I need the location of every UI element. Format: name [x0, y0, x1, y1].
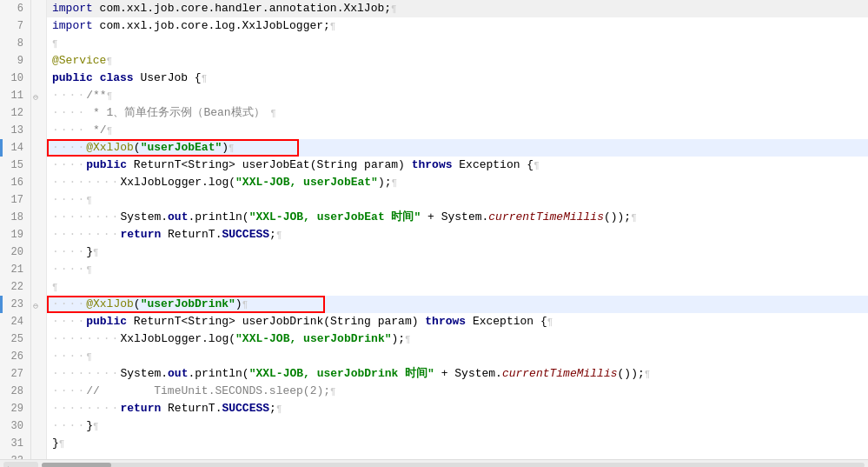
line-content: import com.xxl.job.core.handler.annotati… [47, 0, 868, 17]
token: currentTimeMillis [502, 367, 618, 380]
token: ( [134, 297, 141, 310]
indent: ···· [52, 315, 86, 328]
code-editor: 6import com.xxl.job.core.handler.annotat… [0, 0, 868, 467]
token: } [52, 437, 59, 450]
scrollbar-track[interactable] [42, 463, 865, 468]
indent: ········ [52, 176, 120, 189]
line-gutter [31, 417, 47, 435]
token: TimeUnit.SECONDS.sleep(2); [100, 384, 330, 397]
line-content: ········XxlJobLogger.log("XXL-JOB, userJ… [47, 330, 868, 348]
line-gutter: ⊖ [31, 296, 47, 313]
token: Exception { [453, 158, 534, 171]
token: SUCCESS [222, 402, 269, 415]
line-gutter [31, 330, 47, 348]
line-number: 30 [0, 417, 31, 435]
line-content: public class UserJob {¶ [47, 70, 868, 87]
token: ¶ [106, 56, 112, 66]
token: ¶ [93, 421, 99, 431]
line-gutter [31, 435, 47, 452]
token: // [86, 384, 100, 397]
line-number: 19 [0, 226, 31, 244]
token: ¶ [52, 38, 58, 49]
line-gutter [31, 191, 47, 209]
line-number: 31 [0, 435, 31, 452]
line-content: ····// TimeUnit.SECONDS.sleep(2);¶ [47, 383, 868, 400]
line-content: import com.xxl.job.core.log.XxlJobLogger… [47, 17, 868, 35]
token: currentTimeMillis [488, 210, 604, 223]
table-row: 31}¶ [0, 435, 868, 452]
table-row: 18········System.out.println("XXL-JOB, u… [0, 209, 868, 226]
table-row: 8¶ [0, 35, 868, 52]
line-gutter [31, 261, 47, 278]
indent: ···· [52, 89, 86, 102]
line-number: 12 [0, 104, 31, 122]
token: ¶ [631, 212, 637, 223]
token: return [120, 228, 161, 241]
line-gutter [31, 244, 47, 261]
line-content: ····¶ [47, 191, 868, 209]
table-row: 10public class UserJob {¶ [0, 70, 868, 87]
table-row: 6import com.xxl.job.core.handler.annotat… [0, 0, 868, 17]
token: ¶ [276, 230, 282, 240]
token: ¶ [86, 195, 92, 205]
token [93, 71, 100, 84]
line-number: 13 [0, 122, 31, 139]
line-gutter [31, 209, 47, 226]
token: "userJobEat" [141, 141, 222, 154]
line-gutter [31, 70, 47, 87]
token: ¶ [86, 351, 92, 362]
line-content: ····/**¶ [47, 87, 868, 104]
token: ); [378, 176, 392, 189]
table-row: 13···· */¶ [0, 122, 868, 139]
token: ¶ [107, 125, 113, 136]
line-gutter [31, 278, 47, 296]
line-gutter [31, 17, 47, 35]
line-gutter [31, 313, 47, 330]
token: XxlJobLogger. [120, 332, 208, 345]
code-lines: 6import com.xxl.job.core.handler.annotat… [0, 0, 868, 467]
line-number: 17 [0, 191, 31, 209]
line-content: ···· * 1、简单任务示例（Bean模式） ¶ [47, 104, 868, 122]
line-content: ···· */¶ [47, 122, 868, 139]
token: ¶ [330, 386, 336, 397]
line-content: @Service¶ [47, 52, 868, 70]
indent: ········ [52, 210, 120, 223]
token: public [86, 158, 127, 171]
line-gutter [31, 122, 47, 139]
token: ¶ [242, 299, 248, 310]
line-gutter [31, 348, 47, 365]
line-content: ····¶ [47, 348, 868, 365]
line-number: 25 [0, 330, 31, 348]
line-number: 22 [0, 278, 31, 296]
token: ¶ [202, 73, 208, 83]
horizontal-scrollbar[interactable]: ◁ [0, 459, 868, 467]
table-row: 28····// TimeUnit.SECONDS.sleep(2);¶ [0, 383, 868, 400]
line-number: 9 [0, 52, 31, 70]
line-number: 14 [0, 139, 31, 157]
token: .println( [188, 367, 248, 380]
indent: ···· [52, 141, 86, 154]
token: ReturnT. [161, 228, 222, 241]
table-row: 22¶ [0, 278, 868, 296]
line-gutter [31, 174, 47, 191]
token: ¶ [645, 369, 651, 379]
line-gutter [31, 365, 47, 383]
token: System. [120, 367, 168, 380]
table-row: 20····}¶ [0, 244, 868, 261]
token: com.xxl.job.core.log.XxlJobLogger; [93, 19, 330, 32]
table-row: 7import com.xxl.job.core.log.XxlJobLogge… [0, 17, 868, 35]
line-number: 11 [0, 87, 31, 104]
line-content: ····public ReturnT<String> userJobEat(St… [47, 157, 868, 174]
scrollbar-thumb[interactable] [42, 463, 111, 468]
token: ¶ [533, 160, 540, 170]
line-number: 28 [0, 383, 31, 400]
token: ¶ [265, 108, 276, 118]
table-row: 27········System.out.println("XXL-JOB, u… [0, 365, 868, 383]
token: ¶ [59, 438, 65, 449]
token: log [209, 176, 229, 189]
token: "XXL-JOB, userJobDrink 时间" [249, 367, 434, 380]
line-number: 10 [0, 70, 31, 87]
table-row: 23⊖····@XxlJob("userJobDrink")¶ [0, 296, 868, 313]
token: ( [229, 332, 235, 345]
indent: ········ [52, 332, 120, 345]
